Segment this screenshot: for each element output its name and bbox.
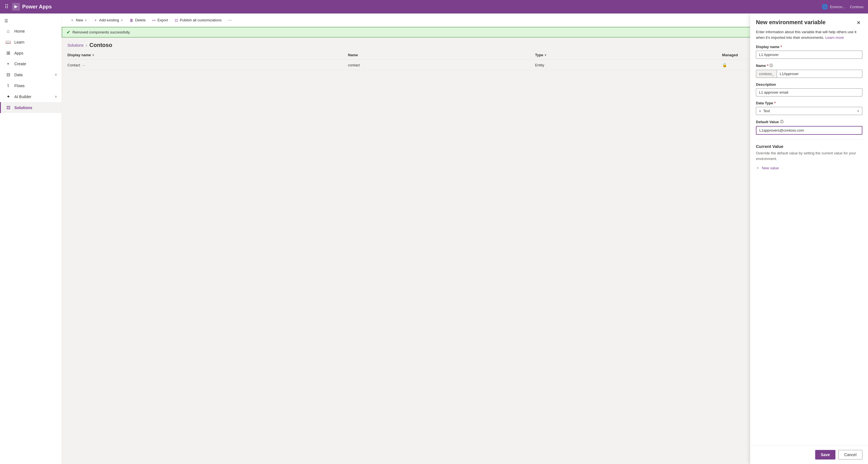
power-apps-logo-icon	[12, 3, 20, 11]
chevron-down-icon: ∨	[85, 19, 87, 22]
column-display-name[interactable]: Display name ∨	[67, 53, 348, 57]
display-name-label: Display name *	[756, 45, 862, 49]
globe-icon[interactable]: 🌐	[822, 4, 828, 10]
learn-more-link[interactable]: Learn more	[825, 35, 844, 40]
panel-header: New environment variable ✕	[750, 13, 868, 26]
sidebar-item-label: AI Builder	[14, 94, 31, 99]
toolbar: ＋ New ∨ ＋ Add existing ∨ 🗑 Delete ↦ Expo…	[62, 13, 868, 27]
sidebar-item-label: Data	[14, 72, 23, 77]
chevron-down-icon: ∨	[55, 95, 57, 98]
description-input[interactable]	[756, 88, 862, 96]
table-area: Display name ∨ Name Type ∨ Managed Conta…	[62, 51, 868, 464]
publish-button[interactable]: ⊡ Publish all customizations	[172, 16, 224, 24]
sidebar-item-create[interactable]: + Create	[0, 58, 62, 69]
info-icon[interactable]: ⓘ	[780, 119, 783, 124]
sidebar-item-apps[interactable]: ⊞ Apps	[0, 48, 62, 58]
app-title: Power Apps	[22, 4, 52, 10]
current-value-title: Current Value	[756, 144, 862, 149]
panel-close-button[interactable]: ✕	[855, 19, 862, 26]
display-name-input[interactable]	[756, 51, 862, 59]
delete-icon: 🗑	[129, 18, 133, 23]
sidebar-item-label: Flows	[14, 84, 25, 88]
current-value-section: Current Value Override the default value…	[756, 144, 862, 170]
sidebar-item-home[interactable]: ⌂ Home	[0, 26, 62, 36]
sort-icon: ∨	[545, 53, 546, 57]
sidebar-item-learn[interactable]: 📖 Learn	[0, 36, 62, 48]
panel-title: New environment variable	[756, 19, 826, 26]
data-type-value: Text	[763, 109, 855, 113]
content-area: ＋ New ∨ ＋ Add existing ∨ 🗑 Delete ↦ Expo…	[62, 13, 868, 464]
default-value-input[interactable]	[756, 126, 862, 135]
more-options-icon[interactable]: ···	[225, 16, 234, 24]
export-icon: ↦	[152, 18, 156, 23]
cell-type: Entity	[535, 63, 722, 67]
name-suffix-input[interactable]	[777, 70, 862, 78]
column-type[interactable]: Type ∨	[535, 53, 722, 57]
export-button[interactable]: ↦ Export	[150, 16, 171, 24]
description-label: Description	[756, 82, 862, 87]
success-banner: ✔ Removed components successfully.	[62, 27, 868, 37]
add-existing-label: Add existing	[99, 18, 119, 22]
info-icon[interactable]: ⓘ	[769, 63, 773, 68]
default-value-field-group: Default Value ⓘ	[756, 119, 862, 135]
row-options-icon[interactable]: ···	[82, 63, 85, 67]
chevron-down-icon: ∨	[55, 73, 57, 77]
data-type-field-group: Data Type * ≡ Text ∨	[756, 101, 862, 115]
create-icon: +	[5, 61, 11, 66]
solutions-icon: ⊡	[5, 105, 11, 110]
flows-icon: ⌇	[5, 83, 11, 88]
name-input-group: contoso_	[756, 70, 862, 78]
sidebar-item-solutions[interactable]: ⊡ Solutions	[0, 102, 62, 113]
breadcrumb-separator: ›	[86, 43, 87, 48]
chevron-down-icon: ∨	[121, 19, 123, 22]
sidebar-item-ai-builder[interactable]: ✦ AI Builder ∨	[0, 91, 62, 102]
environment-label: Environ...	[830, 5, 845, 9]
cell-display-name: Contact ···	[67, 63, 348, 67]
cell-name: contact	[348, 63, 535, 67]
new-value-button[interactable]: ＋ New value	[756, 165, 779, 170]
new-label: New	[76, 18, 83, 22]
breadcrumb: Solutions › Contoso	[62, 37, 868, 51]
home-icon: ⌂	[5, 29, 11, 34]
required-marker: *	[774, 101, 776, 105]
cancel-button[interactable]: Cancel	[838, 450, 862, 460]
sidebar-menu-button[interactable]: ☰	[0, 16, 62, 26]
add-existing-button[interactable]: ＋ Add existing ∨	[91, 16, 126, 25]
sort-icon: ∨	[92, 53, 94, 57]
success-icon: ✔	[67, 30, 70, 35]
main-layout: ☰ ⌂ Home 📖 Learn ⊞ Apps + Create ⊟ Data …	[0, 13, 868, 464]
sidebar-item-data[interactable]: ⊟ Data ∨	[0, 69, 62, 80]
breadcrumb-current: Contoso	[89, 42, 112, 48]
waffle-icon[interactable]: ⠿	[4, 3, 9, 10]
plus-icon: ＋	[756, 165, 760, 170]
data-type-label: Data Type *	[756, 101, 862, 105]
table-row: Contact ··· contact Entity 🔒	[67, 60, 862, 70]
breadcrumb-parent[interactable]: Solutions	[67, 43, 84, 48]
app-logo: Power Apps	[12, 3, 52, 11]
data-type-select[interactable]: ≡ Text ∨	[756, 107, 862, 115]
topbar-right: 🌐 Environ... Contoso	[822, 4, 864, 10]
environment-sub: Contoso	[850, 5, 864, 9]
default-value-label: Default Value ⓘ	[756, 119, 862, 124]
publish-label: Publish all customizations	[180, 18, 222, 22]
panel-body: Display name * Name * ⓘ contoso_	[750, 40, 868, 445]
sidebar: ☰ ⌂ Home 📖 Learn ⊞ Apps + Create ⊟ Data …	[0, 13, 62, 464]
learn-icon: 📖	[5, 39, 11, 45]
new-environment-variable-panel: New environment variable ✕ Enter informa…	[750, 13, 868, 464]
current-value-desc: Override the default value by setting th…	[756, 150, 862, 162]
apps-icon: ⊞	[5, 50, 11, 56]
delete-button[interactable]: 🗑 Delete	[127, 16, 149, 24]
new-button[interactable]: ＋ New ∨	[67, 16, 90, 25]
sidebar-item-label: Home	[14, 29, 25, 33]
column-name: Name	[348, 53, 535, 57]
export-label: Export	[157, 18, 168, 22]
save-button[interactable]: Save	[815, 450, 836, 460]
name-label: Name * ⓘ	[756, 63, 862, 68]
panel-footer: Save Cancel	[750, 445, 868, 464]
text-type-icon: ≡	[759, 109, 761, 113]
data-type-select-inner[interactable]: ≡ Text ∨	[756, 107, 862, 115]
chevron-down-icon: ∨	[857, 109, 859, 113]
sidebar-item-flows[interactable]: ⌇ Flows	[0, 80, 62, 91]
lock-icon: 🔒	[722, 63, 727, 67]
add-icon: ＋	[94, 18, 97, 23]
